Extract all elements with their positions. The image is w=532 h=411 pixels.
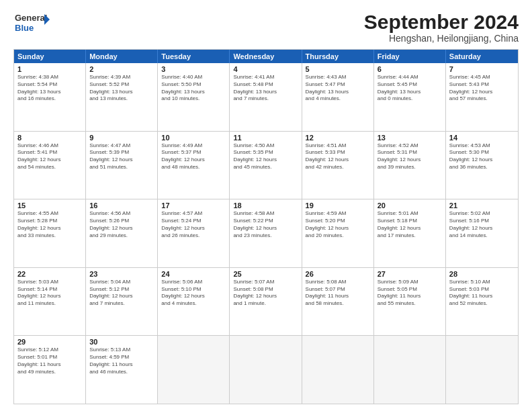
cell-data-line: Daylight: 13 hours [17, 89, 82, 96]
cell-data-line: and 49 minutes. [17, 369, 82, 376]
cell-data-line: Sunrise: 4:53 AM [449, 142, 515, 150]
cell-data-line: and 14 minutes. [449, 232, 515, 240]
cell-data-line: Sunset: 5:28 PM [17, 218, 82, 225]
calendar-cell-empty-4-5 [374, 336, 446, 404]
cell-data-line: and 29 minutes. [89, 232, 154, 240]
cell-data-line: Sunrise: 4:52 AM [378, 142, 442, 150]
cell-data-line: Sunset: 5:50 PM [161, 81, 226, 89]
day-number: 6 [378, 65, 442, 73]
cell-data-line: Sunset: 5:22 PM [233, 218, 298, 225]
cell-data-line: Sunrise: 5:12 AM [17, 347, 82, 354]
calendar-cell-13: 13Sunrise: 4:52 AMSunset: 5:31 PMDayligh… [374, 132, 446, 199]
cell-data-line: and 36 minutes. [449, 164, 515, 171]
cell-data-line: and 0 minutes. [378, 95, 442, 103]
cell-data-line: and 26 minutes. [161, 232, 226, 240]
cell-data-line: Daylight: 12 hours [89, 293, 154, 300]
calendar-week-5: 29Sunrise: 5:12 AMSunset: 5:01 PMDayligh… [14, 336, 518, 404]
cell-data-line: Sunset: 5:35 PM [233, 149, 298, 156]
day-number: 4 [233, 65, 298, 73]
cell-data-line: Daylight: 13 hours [89, 89, 154, 96]
cell-data-line: Daylight: 11 hours [89, 361, 154, 369]
cell-data-line: Sunrise: 4:51 AM [306, 142, 370, 150]
cell-data-line: Sunrise: 5:08 AM [306, 279, 370, 286]
calendar-cell-empty-4-6 [446, 336, 518, 404]
day-number: 1 [17, 65, 82, 73]
cell-data-line: Sunset: 5:08 PM [233, 286, 298, 293]
cell-data-line: Sunset: 5:05 PM [378, 286, 442, 293]
day-header-thursday: Thursday [302, 50, 374, 63]
calendar-cell-30: 30Sunrise: 5:13 AMSunset: 4:59 PMDayligh… [86, 336, 158, 404]
cell-data-line: Sunrise: 4:41 AM [233, 74, 298, 81]
subtitle: Hengshan, Heilongjiang, China [364, 33, 519, 44]
cell-data-line: Sunset: 5:20 PM [306, 218, 370, 225]
calendar-cell-19: 19Sunrise: 4:59 AMSunset: 5:20 PMDayligh… [302, 199, 374, 267]
calendar-cell-2: 2Sunrise: 4:39 AMSunset: 5:52 PMDaylight… [86, 63, 158, 131]
day-header-sunday: Sunday [14, 50, 86, 63]
calendar-cell-1: 1Sunrise: 4:38 AMSunset: 5:54 PMDaylight… [14, 63, 86, 131]
cell-data-line: and 46 minutes. [89, 369, 154, 376]
day-number: 18 [233, 201, 298, 210]
day-number: 15 [17, 201, 82, 210]
calendar-cell-23: 23Sunrise: 5:04 AMSunset: 5:12 PMDayligh… [86, 268, 158, 336]
cell-data-line: Sunset: 5:03 PM [449, 286, 515, 293]
day-number: 5 [306, 65, 370, 73]
cell-data-line: Daylight: 12 hours [17, 293, 82, 300]
cell-data-line: and 11 minutes. [17, 300, 82, 308]
cell-data-line: Daylight: 12 hours [233, 225, 298, 232]
day-number: 29 [17, 338, 82, 346]
cell-data-line: and 16 minutes. [17, 95, 82, 103]
cell-data-line: and 17 minutes. [378, 232, 442, 240]
cell-data-line: Sunset: 5:45 PM [378, 81, 442, 89]
day-number: 20 [378, 201, 442, 210]
cell-data-line: and 57 minutes. [449, 95, 515, 103]
calendar-cell-5: 5Sunrise: 4:43 AMSunset: 5:47 PMDaylight… [302, 63, 374, 131]
calendar-cell-28: 28Sunrise: 5:10 AMSunset: 5:03 PMDayligh… [446, 268, 518, 336]
cell-data-line: Sunset: 5:47 PM [306, 81, 370, 89]
cell-data-line: and 1 minute. [233, 300, 298, 308]
cell-data-line: Daylight: 12 hours [161, 156, 226, 164]
cell-data-line: Sunrise: 5:09 AM [378, 279, 442, 286]
cell-data-line: Sunset: 5:30 PM [449, 149, 515, 156]
cell-data-line: and 48 minutes. [161, 164, 226, 171]
cell-data-line: Daylight: 12 hours [17, 156, 82, 164]
page: General Blue September 2024 Hengshan, He… [0, 0, 532, 411]
cell-data-line: Sunrise: 4:38 AM [17, 74, 82, 81]
calendar-cell-3: 3Sunrise: 4:40 AMSunset: 5:50 PMDaylight… [158, 63, 230, 131]
cell-data-line: Daylight: 12 hours [449, 89, 515, 96]
cell-data-line: Sunrise: 4:59 AM [306, 210, 370, 218]
cell-data-line: Daylight: 12 hours [161, 293, 226, 300]
cell-data-line: and 20 minutes. [306, 232, 370, 240]
cell-data-line: Sunset: 5:01 PM [17, 354, 82, 361]
cell-data-line: Daylight: 12 hours [89, 225, 154, 232]
cell-data-line: Sunset: 5:37 PM [161, 149, 226, 156]
cell-data-line: Sunset: 5:07 PM [306, 286, 370, 293]
day-header-monday: Monday [86, 50, 158, 63]
cell-data-line: Sunset: 5:14 PM [17, 286, 82, 293]
calendar: SundayMondayTuesdayWednesdayThursdayFrid… [13, 49, 519, 404]
cell-data-line: Sunrise: 4:45 AM [449, 74, 515, 81]
cell-data-line: Sunset: 5:52 PM [89, 81, 154, 89]
calendar-cell-8: 8Sunrise: 4:46 AMSunset: 5:41 PMDaylight… [14, 132, 86, 199]
cell-data-line: and 55 minutes. [378, 300, 442, 308]
cell-data-line: Sunrise: 5:07 AM [233, 279, 298, 286]
calendar-cell-12: 12Sunrise: 4:51 AMSunset: 5:33 PMDayligh… [302, 132, 374, 199]
calendar-cell-7: 7Sunrise: 4:45 AMSunset: 5:43 PMDaylight… [446, 63, 518, 131]
day-number: 9 [89, 134, 154, 142]
cell-data-line: Daylight: 13 hours [161, 89, 226, 96]
cell-data-line: and 58 minutes. [306, 300, 370, 308]
day-number: 22 [17, 270, 82, 278]
calendar-cell-6: 6Sunrise: 4:44 AMSunset: 5:45 PMDaylight… [374, 63, 446, 131]
cell-data-line: Daylight: 11 hours [306, 293, 370, 300]
cell-data-line: Daylight: 13 hours [306, 89, 370, 96]
day-number: 30 [89, 338, 154, 346]
day-number: 19 [306, 201, 370, 210]
calendar-header: SundayMondayTuesdayWednesdayThursdayFrid… [14, 50, 518, 63]
cell-data-line: Sunset: 4:59 PM [89, 354, 154, 361]
cell-data-line: Sunset: 5:54 PM [17, 81, 82, 89]
day-header-wednesday: Wednesday [230, 50, 302, 63]
cell-data-line: Sunrise: 5:02 AM [449, 210, 515, 218]
cell-data-line: Sunset: 5:24 PM [161, 218, 226, 225]
calendar-cell-14: 14Sunrise: 4:53 AMSunset: 5:30 PMDayligh… [446, 132, 518, 199]
day-number: 7 [449, 65, 515, 73]
cell-data-line: and 7 minutes. [89, 300, 154, 308]
